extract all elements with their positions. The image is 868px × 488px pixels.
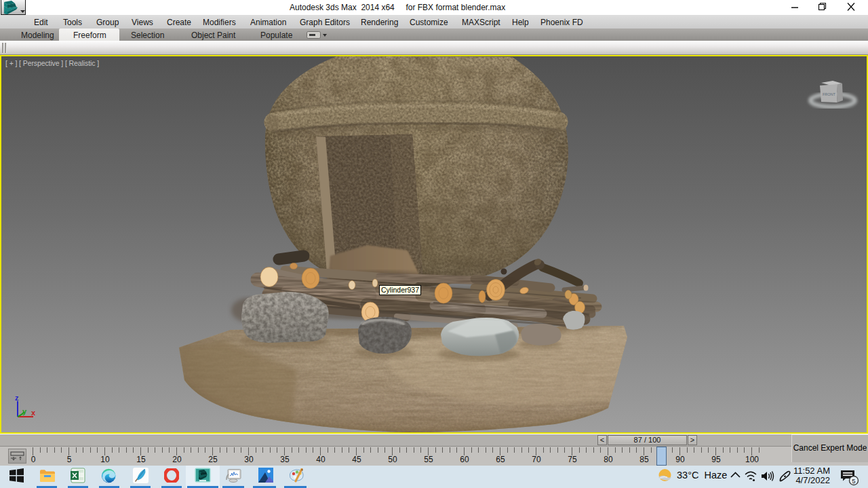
svg-text:5: 5 <box>852 477 855 485</box>
svg-text:y: y <box>22 407 27 415</box>
svg-text:z: z <box>15 394 19 402</box>
svg-text:FRONT: FRONT <box>823 92 836 96</box>
svg-text:x: x <box>31 409 36 417</box>
